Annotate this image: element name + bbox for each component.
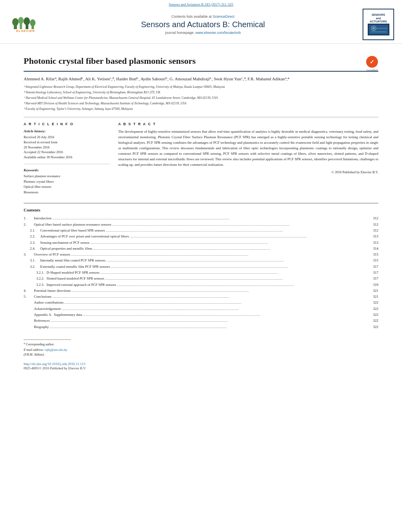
- svg-text:✓: ✓: [370, 59, 374, 65]
- toc-row: 3.2.3.Improved external approach of PCF …: [24, 282, 378, 288]
- toc-page: 322: [367, 312, 378, 318]
- footer-links: http://dx.doi.org/10.1016/j.snb.2016.11.…: [24, 362, 378, 370]
- affil-c: ᶜ Harvard Medical School and Wellman Cen…: [24, 96, 378, 100]
- toc-label: Appendix A. Supplementary data: [34, 312, 82, 318]
- footnotes-section: * Corresponding author. E-mail address: …: [24, 339, 71, 357]
- toc-page: 321: [367, 294, 378, 300]
- toc-label: Introduction: [34, 215, 52, 221]
- journal-reference[interactable]: Sensors and Actuators B 243 (2017) 311–3…: [169, 2, 233, 6]
- keywords-title: Keywords:: [24, 168, 110, 172]
- homepage-label: journal homepage:: [165, 31, 195, 35]
- footnote-email: E-mail address: rafiq@um.edu.my (F.R.M. …: [24, 348, 71, 357]
- affil-a: ᵃ Integrated Lightwave Research Group, D…: [24, 85, 378, 89]
- toc-label: Optical fiber based surface plasmon reso…: [34, 222, 111, 228]
- article-info-abstract-section: A R T I C L E I N F O Article history: R…: [24, 117, 378, 195]
- toc-num: 2.1.: [24, 228, 40, 234]
- sciencedirect-link[interactable]: ScienceDirect: [213, 15, 235, 19]
- toc-page: 317: [367, 276, 378, 282]
- affil-b: ᵇ Nanotechnology Laboratory, School of E…: [24, 90, 378, 95]
- toc-page: 313: [367, 234, 378, 239]
- toc-dots: ........................................…: [116, 282, 367, 288]
- toc-dots: ........................................…: [129, 234, 367, 239]
- toc-num: 1.: [24, 215, 34, 221]
- toc-num: 3.2.1.: [24, 270, 47, 276]
- toc-row: 2.1.Conventional optical fiber based SPR…: [24, 228, 378, 234]
- toc-page: 322: [367, 324, 378, 330]
- article-history-title: Article history:: [24, 129, 110, 133]
- toc-label: Improved external approach of PCF SPR se…: [47, 282, 116, 288]
- issn-line: 0925-4005/© 2016 Published by Elsevier B…: [24, 366, 86, 370]
- toc-page: 315: [367, 252, 378, 258]
- toc-label: References: [34, 318, 50, 324]
- toc-num: 2.2.: [24, 234, 40, 239]
- svg-point-5: [24, 17, 30, 25]
- toc-row: Biography ..............................…: [24, 324, 378, 330]
- title-section: ✓ CrossMark Photonic crystal fiber based…: [24, 56, 378, 72]
- toc-label: Biography: [34, 324, 49, 330]
- received-date: Received 26 July 2016: [24, 135, 110, 140]
- toc-row: References .............................…: [24, 318, 378, 324]
- toc-num: 5.: [24, 294, 34, 300]
- toc-page: 312: [367, 222, 378, 228]
- crossmark-icon: ✓: [366, 56, 378, 68]
- toc-row: 1.Introduction .........................…: [24, 215, 378, 221]
- toc-page: 317: [367, 264, 378, 270]
- email-label: E-mail address:: [24, 348, 44, 352]
- toc-page: 313: [367, 240, 378, 246]
- doi-link[interactable]: http://dx.doi.org/10.1016/j.snb.2016.11.…: [24, 362, 378, 366]
- toc-num: 2.: [24, 222, 34, 228]
- toc-dots: ........................................…: [70, 252, 367, 258]
- toc-label: Externally coated metallic film PCF SPR …: [40, 264, 110, 270]
- abstract-section-label: A B S T R A C T: [118, 122, 378, 126]
- homepage-url[interactable]: www.elsevier.com/locate/snb: [195, 31, 241, 35]
- toc-label: Internally metal film coated PCF SPR sen…: [40, 258, 106, 263]
- crossmark-label: CrossMark: [366, 69, 378, 71]
- toc-dots: ........................................…: [63, 300, 367, 306]
- sensors-logo-line3: ACTUATORS: [370, 20, 387, 23]
- toc-num: 3.1.: [24, 258, 40, 263]
- accepted-date: Accepted 22 November 2016: [24, 150, 110, 155]
- toc-row: 3.Overview of PCF sensors ..............…: [24, 252, 378, 258]
- crossmark-container: ✓ CrossMark: [366, 56, 378, 71]
- email-link[interactable]: rafiq@um.edu.my: [45, 348, 67, 352]
- toc-label: Overview of PCF sensors: [34, 252, 70, 258]
- toc-dots: ........................................…: [71, 288, 367, 294]
- toc-page: 317: [367, 270, 378, 276]
- email-suffix: (F.R.M. Adikan).: [24, 353, 45, 356]
- toc-label: Optical properties and metallic films: [40, 246, 92, 252]
- toc-dots: ........................................…: [89, 240, 367, 246]
- toc-num: 3.: [24, 252, 34, 258]
- toc-dots: ........................................…: [100, 270, 367, 276]
- toc-page: 319: [367, 282, 378, 288]
- article-title: Photonic crystal fiber based plasmonic s…: [24, 56, 378, 72]
- toc-row: 2.3.Sensing mechanism of PCF sensor ....…: [24, 240, 378, 246]
- toc-label: Potential future directions: [34, 288, 71, 294]
- toc-dots: ........................................…: [105, 228, 367, 234]
- toc-dots: ........................................…: [110, 264, 367, 270]
- toc-num: 3.2.2.: [24, 276, 47, 282]
- main-content: ✓ CrossMark Photonic crystal fiber based…: [0, 44, 402, 378]
- toc-page: 312: [367, 215, 378, 221]
- toc-label: Slotted based modeled PCF SPR sensors: [47, 276, 104, 282]
- toc-num: 2.3.: [24, 240, 40, 246]
- toc-row: 3.2.2.Slotted based modeled PCF SPR sens…: [24, 276, 378, 282]
- toc-row: 4.Potential future directions ..........…: [24, 288, 378, 294]
- toc-page: 314: [367, 246, 378, 252]
- affil-e: ᵉ Faculty of Engineering, Taylor's Unive…: [24, 107, 378, 111]
- toc-page: 321: [367, 288, 378, 294]
- toc-dots: ........................................…: [92, 246, 367, 252]
- footnote-star-text: * Corresponding author.: [24, 343, 54, 346]
- journal-header: Sensors and Actuators B 243 (2017) 311–3…: [0, 0, 402, 44]
- footnote-star: * Corresponding author.: [24, 342, 71, 347]
- svg-point-3: [18, 17, 24, 24]
- toc-dots: ........................................…: [52, 215, 367, 221]
- toc-page: 322: [367, 318, 378, 324]
- article-info-section-label: A R T I C L E I N F O: [24, 122, 110, 126]
- toc-dots: ........................................…: [61, 306, 367, 312]
- elsevier-tree-icon: [12, 17, 39, 29]
- toc-dots: ........................................…: [104, 276, 367, 282]
- affiliations: ᵃ Integrated Lightwave Research Group, D…: [24, 85, 378, 111]
- elsevier-text: ELSEVIER: [16, 29, 35, 33]
- toc-dots: ........................................…: [111, 222, 367, 228]
- toc-label: Author contributions: [34, 300, 63, 306]
